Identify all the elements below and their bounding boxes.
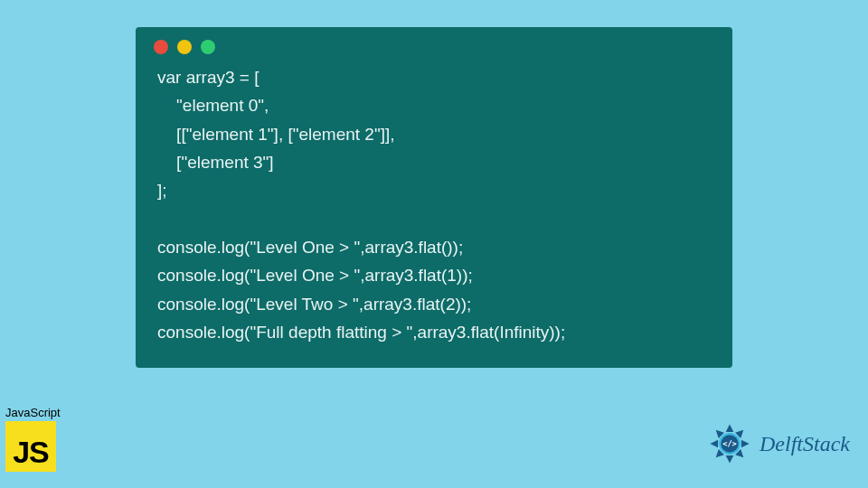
code-block: var array3 = [ "element 0", [["element 1… [136, 63, 732, 353]
svg-text:</>: </> [722, 439, 737, 448]
language-label: JavaScript [5, 406, 61, 419]
close-icon [154, 40, 168, 54]
maximize-icon [201, 40, 215, 54]
javascript-badge: JavaScript JS [5, 406, 61, 472]
delftstack-icon: </> [705, 419, 754, 468]
code-window: var array3 = [ "element 0", [["element 1… [136, 27, 732, 368]
window-controls [136, 27, 732, 63]
svg-marker-6 [710, 440, 718, 448]
svg-marker-4 [726, 455, 734, 464]
brand-name: DelftStack [760, 432, 850, 456]
svg-marker-0 [726, 424, 734, 432]
brand-logo: </> DelftStack [705, 419, 850, 468]
svg-marker-2 [741, 440, 750, 448]
js-logo-icon: JS [5, 421, 56, 472]
js-logo-text: JS [13, 435, 49, 472]
minimize-icon [177, 40, 192, 54]
